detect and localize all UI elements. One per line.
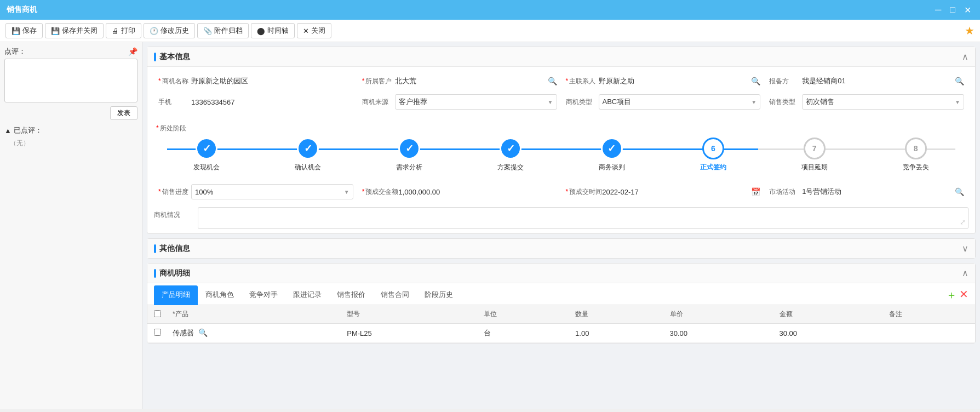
publish-button[interactable]: 发表 (110, 106, 137, 120)
attach-button[interactable]: 📎 附件归档 (197, 23, 249, 38)
progress-label: 销售进度 (158, 187, 191, 197)
calendar-icon[interactable]: 📅 (751, 187, 760, 196)
sales-type-item: 销售类型 初次销售 ▼ (765, 91, 968, 113)
right-panel: 基本信息 ∧ 商机名称 野原新之助的园区 所属客户 北大荒 🔍 主联系人 野原新… (142, 42, 980, 409)
stage-name-4: 方案提交 (497, 163, 524, 172)
stage-item-5[interactable]: ✓ 商务谈判 (561, 138, 663, 172)
row-model: PM-L25 (341, 324, 478, 343)
stage-circle-8: 8 (905, 138, 927, 159)
time-value: 2022-02-17 (602, 188, 749, 196)
report-search-btn[interactable]: 🔍 (955, 77, 964, 85)
progress-select[interactable]: 100% ▼ (191, 184, 353, 199)
stage-circle-7: 7 (804, 138, 826, 159)
timeline-icon: ⬤ (257, 27, 265, 35)
amount-value: 1,000,000.00 (398, 188, 557, 196)
detail-toggle[interactable]: ∧ (962, 268, 968, 278)
other-info-toggle[interactable]: ∨ (962, 243, 968, 254)
left-panel: 点评： 📌 发表 ▲ 已点评： （无） (0, 42, 142, 409)
time-item: 预成交时间 2022-02-17 📅 (561, 181, 765, 203)
window-title: 销售商机 (7, 5, 37, 15)
stage-item-1[interactable]: ✓ 发现机会 (156, 138, 257, 172)
source-label: 商机来源 (362, 98, 395, 107)
opp-type-select[interactable]: ABC项目 ▼ (599, 94, 761, 110)
save-close-button[interactable]: 💾 保存并关闭 (45, 23, 104, 38)
col-checkbox (147, 305, 167, 324)
source-item: 商机来源 客户推荐 ▼ (358, 91, 561, 113)
row-checkbox[interactable] (154, 329, 161, 336)
tab-history[interactable]: 阶段历史 (417, 285, 461, 305)
close-button[interactable]: ✕ 关闭 (297, 23, 331, 38)
pin-icon: 📌 (128, 47, 137, 56)
save-button[interactable]: 💾 保存 (5, 23, 43, 38)
stage-item-6[interactable]: 6 正式签约 (662, 138, 764, 172)
col-price: 单价 (664, 305, 774, 324)
stage-item-7[interactable]: 7 项目延期 (764, 138, 865, 172)
market-label: 市场活动 (769, 187, 802, 197)
customer-item: 所属客户 北大荒 🔍 (358, 71, 561, 91)
remark-row: 商机情况 ⤢ (147, 205, 975, 233)
timeline-button[interactable]: ⬤ 时间轴 (251, 23, 295, 38)
detail-section-header: 商机明细 ∧ (147, 264, 975, 283)
row-unit: 台 (478, 324, 570, 343)
window-controls: ─ □ ✕ (933, 5, 973, 15)
detail-table: *产品 型号 单位 数量 单价 金额 备注 (147, 305, 975, 343)
history-icon: 🕐 (150, 27, 158, 35)
comment-input[interactable] (4, 59, 137, 102)
stage-item-3[interactable]: ✓ 需求分析 (359, 138, 460, 172)
remark-label: 商机情况 (154, 207, 198, 220)
stage-circle-4: ✓ (500, 138, 521, 159)
other-info-title: 其他信息 (154, 244, 190, 254)
tab-product[interactable]: 产品明细 (154, 285, 198, 305)
tab-quote[interactable]: 销售报价 (329, 285, 373, 305)
stage-item-8[interactable]: 8 竞争丢失 (865, 138, 966, 172)
section-bar (154, 53, 156, 61)
main-layout: 点评： 📌 发表 ▲ 已点评： （无） 基本信息 ∧ (0, 42, 980, 409)
customer-search-btn[interactable]: 🔍 (548, 77, 557, 85)
tab-contract[interactable]: 销售合同 (373, 285, 417, 305)
select-all-checkbox[interactable] (154, 310, 161, 317)
sales-type-value: 初次销售 (806, 97, 955, 107)
history-button[interactable]: 🕐 修改历史 (144, 23, 195, 38)
market-value: 1号营销活动 (802, 187, 953, 197)
stage-circle-6: 6 (702, 138, 724, 159)
close-window-button[interactable]: ✕ (962, 5, 973, 15)
stage-item-2[interactable]: ✓ 确认机会 (257, 138, 359, 172)
progress-value: 100% (195, 188, 344, 196)
arrow-icon: ▲ (4, 127, 12, 135)
remove-row-button[interactable]: ✕ (959, 288, 968, 302)
time-label: 预成交时间 (566, 187, 603, 197)
contact-search-btn[interactable]: 🔍 (751, 77, 760, 85)
tab-competitor[interactable]: 竞争对手 (242, 285, 285, 305)
no-comment-text: （无） (10, 139, 137, 148)
stage-circle-5: ✓ (601, 138, 623, 159)
col-remark: 备注 (884, 305, 976, 324)
stage-name-7: 项目延期 (801, 163, 828, 172)
print-button[interactable]: 🖨 打印 (106, 23, 141, 38)
opp-type-label: 商机类型 (566, 98, 599, 107)
maximize-button[interactable]: □ (948, 5, 958, 15)
tab-followup[interactable]: 跟进记录 (285, 285, 329, 305)
minimize-button[interactable]: ─ (933, 5, 943, 15)
comment-label-text: 点评： (4, 47, 26, 56)
col-model: 型号 (341, 305, 478, 324)
stage-item-4[interactable]: ✓ 方案提交 (460, 138, 561, 172)
product-search-btn[interactable]: 🔍 (198, 328, 208, 337)
tab-role[interactable]: 商机角色 (198, 285, 242, 305)
basic-info-toggle[interactable]: ∧ (962, 52, 968, 62)
market-search-btn[interactable]: 🔍 (955, 187, 964, 196)
col-qty: 数量 (570, 305, 664, 324)
title-bar: 销售商机 ─ □ ✕ (0, 0, 980, 20)
detail-section-bar (154, 269, 156, 278)
remark-field[interactable]: ⤢ (198, 207, 968, 229)
phone-value: 13365334567 (191, 98, 353, 106)
stage-label: 所处阶段 (156, 124, 189, 133)
stage-circle-3: ✓ (398, 138, 420, 159)
merchant-name-label: 商机名称 (158, 77, 191, 86)
print-icon: 🖨 (112, 27, 119, 35)
source-select[interactable]: 客户推荐 ▼ (395, 94, 557, 110)
sales-type-select[interactable]: 初次销售 ▼ (802, 94, 964, 110)
close-icon: ✕ (303, 27, 309, 35)
favorite-star[interactable]: ★ (965, 24, 975, 37)
add-row-button[interactable]: ＋ (946, 288, 957, 302)
table-row: 传感器 🔍 PM-L25 台 1.00 30.00 30.00 (147, 324, 975, 343)
